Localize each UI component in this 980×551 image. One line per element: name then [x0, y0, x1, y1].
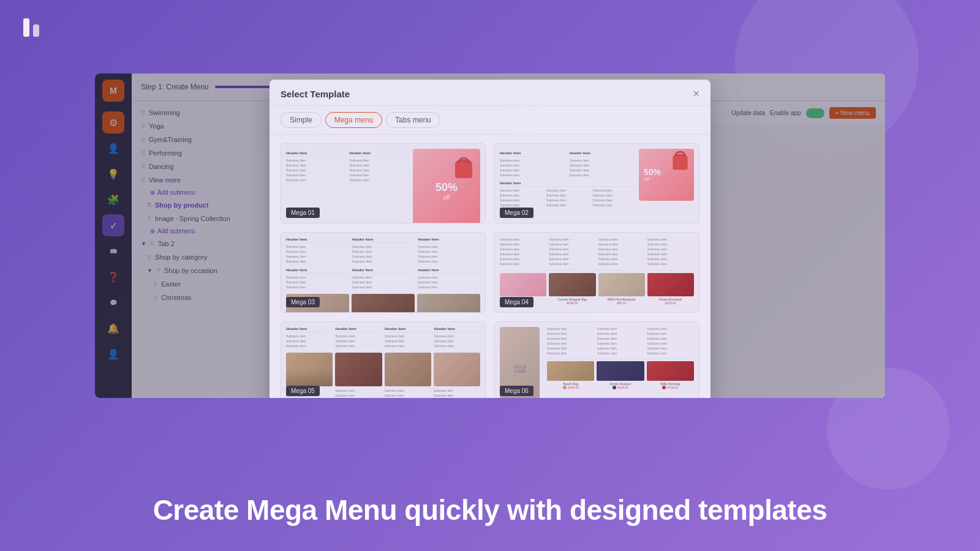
template-mega06-label: Mega 06 — [500, 386, 533, 396]
svg-rect-1 — [33, 24, 39, 37]
modal-close-button[interactable]: × — [693, 88, 699, 99]
svg-rect-3 — [455, 163, 472, 178]
templates-grid: Header Item Submenu Item Submenu Item Su… — [270, 135, 710, 398]
template-mega05-label: Mega 05 — [286, 386, 320, 396]
modal-title: Select Template — [281, 89, 350, 99]
template-mega05[interactable]: Header Item Submenu Item Submenu Item Su… — [281, 321, 486, 398]
bottom-caption-text: Create Mega Menu quickly with designed t… — [153, 494, 827, 526]
tab-mega-menu[interactable]: Mega menu — [325, 112, 382, 128]
template-mega02[interactable]: Header Item Submenu Item Submenu Item Su… — [494, 143, 699, 223]
tab-tabs-menu[interactable]: Tabs menu — [386, 112, 440, 128]
bottom-caption: Create Mega Menu quickly with designed t… — [0, 493, 980, 527]
template-mega01[interactable]: Header Item Submenu Item Submenu Item Su… — [281, 143, 486, 223]
background-app: M ⚙ 👤 💡 🧩 ✓ 📖 ❓ 💬 🔔 👤 Step 1: Create Men… — [95, 73, 885, 398]
template-mega06[interactable]: GOLDCODE Submenu Item Submenu Item Subme… — [494, 321, 699, 398]
tab-simple[interactable]: Simple — [281, 112, 322, 128]
modal-overlay: Select Template × Simple Mega menu Tabs … — [95, 73, 885, 398]
svg-rect-5 — [673, 157, 687, 170]
product-denim-rucksack: Denim Rucksack ¥320.00 — [647, 273, 694, 305]
template-tabs: Simple Mega menu Tabs menu — [270, 106, 710, 135]
app-logo — [18, 12, 49, 45]
product-canvas-shopper: Canvas Shopper Bag ¥498.00 — [549, 273, 595, 305]
template-mega04[interactable]: Submenu Item Submenu Item Submenu Item S… — [494, 232, 699, 312]
template-mega01-label: Mega 01 — [286, 208, 320, 218]
template-mega03[interactable]: Header Item Submenu Item Submenu Item Su… — [281, 232, 486, 312]
modal-header: Select Template × — [270, 80, 710, 106]
template-mega02-label: Mega 02 — [500, 208, 533, 218]
svg-rect-0 — [23, 18, 29, 37]
select-template-modal: Select Template × Simple Mega menu Tabs … — [270, 80, 710, 398]
template-mega03-label: Mega 03 — [286, 297, 320, 307]
product-mnn-backpack: MNN Print Backpack ¥98.00 — [598, 273, 645, 305]
template-mega04-label: Mega 04 — [500, 297, 533, 307]
